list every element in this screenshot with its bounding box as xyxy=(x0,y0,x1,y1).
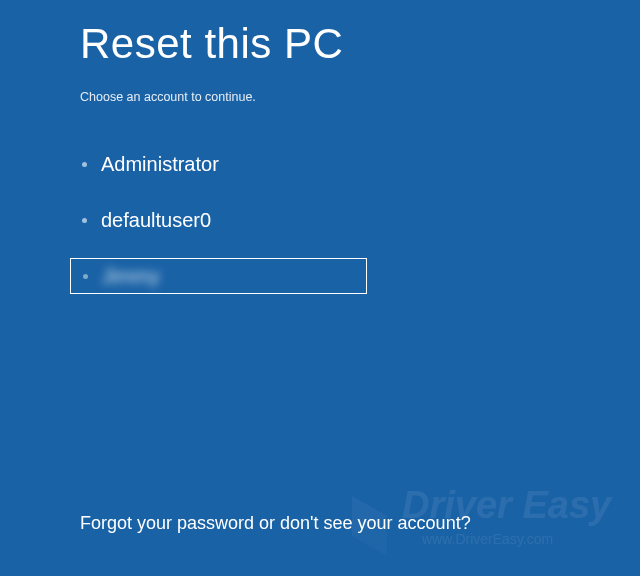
account-item-administrator[interactable]: Administrator xyxy=(70,146,367,182)
bullet-icon xyxy=(83,274,88,279)
bullet-icon xyxy=(82,162,87,167)
account-item-selected[interactable]: Jimmy xyxy=(70,258,367,294)
account-list: Administrator defaultuser0 Jimmy xyxy=(80,146,560,294)
reset-pc-screen: Reset this PC Choose an account to conti… xyxy=(0,0,640,576)
forgot-password-link[interactable]: Forgot your password or don't see your a… xyxy=(80,513,471,534)
account-label: defaultuser0 xyxy=(101,209,211,232)
bullet-icon xyxy=(82,218,87,223)
account-label: Jimmy xyxy=(102,265,160,288)
page-title: Reset this PC xyxy=(80,20,560,68)
page-subtitle: Choose an account to continue. xyxy=(80,90,560,104)
account-label: Administrator xyxy=(101,153,219,176)
account-item-defaultuser0[interactable]: defaultuser0 xyxy=(70,202,367,238)
